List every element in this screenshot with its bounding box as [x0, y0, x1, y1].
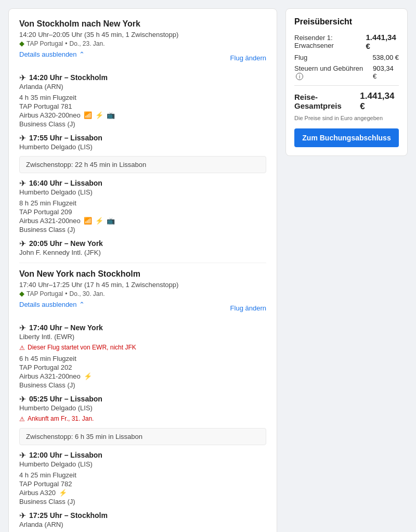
- inbound-seg2-time: 12:00 Uhr – Lissabon: [29, 451, 102, 459]
- inbound-arr2-time: 17:25 Uhr – Stockholm: [29, 511, 108, 520]
- outbound-toggle-label: Details ausblenden: [19, 50, 77, 58]
- inbound-seg1-aircraft: Airbus A321-200neo ⚡: [19, 372, 266, 380]
- price-divider: [294, 85, 399, 86]
- outbound-arr1-time: 17:55 Uhr – Lissabon: [29, 134, 102, 142]
- outbound-seg1-airport: Arlanda (ARN): [19, 83, 266, 90]
- outbound-arr2-time: 20:05 Uhr – New York: [29, 239, 103, 248]
- outbound-seg1-flight: TAP Portugal 781: [19, 102, 266, 110]
- outbound-arrival-2: ✈ 20:05 Uhr – New York John F. Kennedy I…: [19, 239, 266, 256]
- inbound-airline: ◆ TAP Portugal • Do., 30. Jan.: [19, 290, 266, 297]
- plane-depart2-icon: ✈: [19, 178, 26, 188]
- traveler-label: Reisender 1: Erwachsener: [294, 34, 366, 49]
- inbound-airline-name: TAP Portugal: [27, 290, 63, 297]
- power-in1-icon: ⚡: [84, 372, 92, 380]
- outbound-change-link[interactable]: Flug ändern: [230, 54, 266, 62]
- inbound-change-link[interactable]: Flug ändern: [230, 304, 266, 312]
- inbound-section: Von New York nach Stockholm 17:40 Uhr–17…: [19, 269, 266, 528]
- inbound-date: Do., 30. Jan.: [69, 290, 105, 297]
- side-panel: Preisübersicht Reisender 1: Erwachsener …: [285, 8, 408, 532]
- screen2-icon: 📺: [107, 217, 115, 225]
- taxes-info-icon[interactable]: i: [296, 73, 303, 80]
- chevron-up2-icon: ⌃: [79, 301, 85, 308]
- inbound-arrival-2: ✈ 17:25 Uhr – Stockholm Arlanda (ARN): [19, 511, 266, 528]
- inbound-seg1-warning: Dieser Flug startet von EWR, nicht JFK: [28, 344, 136, 351]
- outbound-seg2-flight: TAP Portugal 209: [19, 208, 266, 216]
- outbound-seg2-airport: Humberto Delgado (LIS): [19, 188, 266, 196]
- inbound-seg1-flight: TAP Portugal 202: [19, 364, 266, 371]
- section-divider: [19, 263, 266, 263]
- chevron-up-icon: ⌃: [79, 50, 85, 58]
- outbound-times: 14:20 Uhr–20:05 Uhr (35 h 45 min, 1 Zwis…: [19, 31, 266, 38]
- outbound-arr2-airport: John F. Kennedy Intl. (JFK): [19, 249, 266, 256]
- total-value: 1.441,34 €: [360, 91, 399, 112]
- inbound-seg1-class: Business Class (J): [19, 381, 266, 389]
- outbound-details-header: Details ausblenden ⌃ Flug ändern: [19, 50, 266, 66]
- inbound-toggle[interactable]: Details ausblenden ⌃: [19, 301, 85, 308]
- inbound-segment-1: ✈ 17:40 Uhr – New York Liberty Intl. (EW…: [19, 323, 266, 389]
- power2-icon: ⚡: [95, 217, 103, 225]
- outbound-date-dot: •: [65, 40, 67, 47]
- price-box: Preisübersicht Reisender 1: Erwachsener …: [285, 8, 408, 156]
- total-label: Reise-Gesamtpreis: [294, 93, 360, 110]
- outbound-seg1-class: Business Class (J): [19, 120, 266, 128]
- outbound-section: Von Stockholm nach New York 14:20 Uhr–20…: [19, 19, 266, 256]
- plane-in-arrive-icon: ✈: [19, 394, 26, 404]
- outbound-seg1-aircraft-name: Airbus A320-200neo: [19, 111, 81, 119]
- outbound-arrival-1: ✈ 17:55 Uhr – Lissabon Humberto Delgado …: [19, 133, 266, 151]
- power-in2-icon: ⚡: [59, 489, 67, 497]
- inbound-arr1-airport: Humberto Delgado (LIS): [19, 404, 266, 412]
- flight-label: Flug: [294, 54, 307, 61]
- warning-triangle-icon: ⚠: [19, 344, 25, 352]
- outbound-airline-name: TAP Portugal: [27, 40, 63, 47]
- outbound-seg1-time: 14:20 Uhr – Stockholm: [29, 73, 108, 82]
- inbound-date-dot: •: [65, 290, 67, 297]
- outbound-seg2-time: 16:40 Uhr – Lissabon: [29, 179, 102, 187]
- plane-in-depart-icon: ✈: [19, 323, 26, 333]
- inbound-seg2-class: Business Class (J): [19, 498, 266, 505]
- inbound-seg1-duration: 6 h 45 min Flugzeit: [19, 355, 266, 362]
- outbound-seg1-aircraft: Airbus A320-200neo 📶 ⚡ 📺: [19, 111, 266, 119]
- main-panel: Von Stockholm nach New York 14:20 Uhr–20…: [8, 8, 277, 532]
- traveler-value: 1.441,34 €: [366, 33, 399, 50]
- inbound-segment-2: ✈ 12:00 Uhr – Lissabon Humberto Delgado …: [19, 450, 266, 505]
- inbound-seg2-duration: 4 h 25 min Flugzeit: [19, 471, 266, 479]
- outbound-toggle[interactable]: Details ausblenden ⌃: [19, 50, 85, 58]
- inbound-seg1-aircraft-name: Airbus A321-200neo: [19, 372, 81, 380]
- inbound-arr1-warning-row: ⚠ Ankunft am Fr., 31. Jan.: [19, 415, 266, 423]
- outbound-segment-2: ✈ 16:40 Uhr – Lissabon Humberto Delgado …: [19, 178, 266, 233]
- traveler-row: Reisender 1: Erwachsener 1.441,34 €: [294, 33, 399, 50]
- outbound-seg2-aircraft: Airbus A321-200neo 📶 ⚡ 📺: [19, 217, 266, 225]
- outbound-segment-1: ✈ 14:20 Uhr – Stockholm Arlanda (ARN) 4 …: [19, 73, 266, 128]
- inbound-seg2-aircraft: Airbus A320 ⚡: [19, 489, 266, 497]
- inbound-seg1-time: 17:40 Uhr – New York: [29, 323, 103, 332]
- outbound-seg1-duration: 4 h 35 min Flugzeit: [19, 94, 266, 101]
- outbound-airline: ◆ TAP Portugal • Do., 23. Jan.: [19, 40, 266, 47]
- inbound-title: Von New York nach Stockholm: [19, 269, 266, 279]
- flight-price-row: Flug 538,00 €: [294, 54, 399, 61]
- inbound-seg2-aircraft-name: Airbus A320: [19, 489, 56, 497]
- inbound-stopover: Zwischenstopp: 6 h 35 min in Lissabon: [19, 428, 266, 445]
- inbound-details-header: Details ausblenden ⌃ Flug ändern: [19, 301, 266, 316]
- plane-arrive2-icon: ✈: [19, 239, 26, 249]
- inbound-arr2-airport: Arlanda (ARN): [19, 521, 266, 528]
- power-icon: ⚡: [95, 111, 103, 119]
- total-sub: Die Preise sind in Euro angegeben: [294, 115, 399, 121]
- book-button[interactable]: Zum Buchungsabschluss: [294, 128, 399, 147]
- tap-logo2-icon: ◆: [19, 290, 24, 297]
- plane-depart-icon: ✈: [19, 73, 26, 83]
- outbound-title: Von Stockholm nach New York: [19, 19, 266, 29]
- inbound-seg2-airport: Humberto Delgado (LIS): [19, 460, 266, 468]
- price-title: Preisübersicht: [294, 17, 399, 27]
- plane-arrive-icon: ✈: [19, 133, 26, 143]
- inbound-toggle-label: Details ausblenden: [19, 301, 77, 308]
- inbound-seg1-airport: Liberty Intl. (EWR): [19, 333, 266, 341]
- total-row: Reise-Gesamtpreis 1.441,34 €: [294, 91, 399, 112]
- inbound-seg2-flight: TAP Portugal 782: [19, 480, 266, 488]
- wifi2-icon: 📶: [84, 217, 92, 225]
- inbound-times: 17:40 Uhr–17:25 Uhr (17 h 45 min, 1 Zwis…: [19, 281, 266, 289]
- inbound-seg1-warning-row: ⚠ Dieser Flug startet von EWR, nicht JFK: [19, 344, 266, 352]
- plane-in-arrive2-icon: ✈: [19, 511, 26, 521]
- taxes-value: 903,34 €: [373, 64, 399, 80]
- tap-logo-icon: ◆: [19, 40, 24, 47]
- taxes-label: Steuern und Gebühren i: [294, 64, 373, 80]
